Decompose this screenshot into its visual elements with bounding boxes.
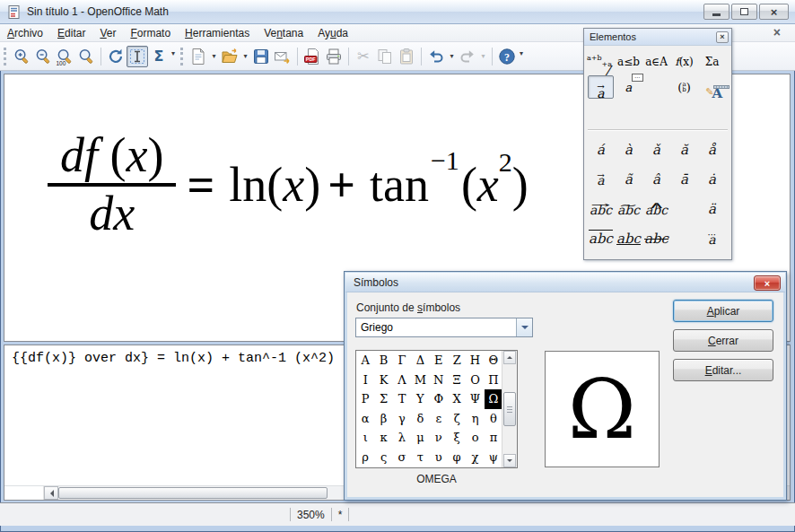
symbol-Ζ[interactable]: Ζ [448,351,466,371]
symbol-ζ[interactable]: ζ [448,409,466,429]
attribute-vector[interactable]: →a [587,164,615,194]
attribute-acute[interactable]: á [587,135,615,164]
symbol-Λ[interactable]: Λ [393,371,411,390]
symbol-Θ[interactable]: Θ [485,351,502,371]
symbol-Β[interactable]: Β [374,351,392,371]
attribute-grave[interactable]: à [615,135,642,164]
attribute-wide-tilde[interactable]: ∼abc [615,194,642,223]
toolbar-overflow-icon[interactable]: ▾ [171,49,175,57]
cursor-button[interactable] [127,46,148,67]
symbol-ο[interactable]: ο [466,428,484,448]
symbol-Ψ[interactable]: Ψ [466,389,484,409]
symbol-κ[interactable]: κ [374,428,392,448]
symbol-Τ[interactable]: Τ [393,389,411,409]
relations-category-button[interactable]: a≤b [616,49,642,73]
symbol-τ[interactable]: τ [411,448,429,467]
symbol-σ[interactable]: σ [393,448,411,467]
symbol-Φ[interactable]: Φ [430,389,448,409]
undo-button[interactable] [425,46,447,67]
symbol-Ω[interactable]: Ω [485,389,502,409]
print-button[interactable] [323,46,345,67]
menu-ventana[interactable]: Ventana [257,25,310,41]
attribute-tilde[interactable]: ã [615,164,642,194]
cerrar-button[interactable]: Cerrar [673,329,773,352]
symbol-ς[interactable]: ς [374,448,392,467]
misc-category-button[interactable]: a⋯ [616,75,642,99]
zoom-in-button[interactable] [11,46,32,67]
command-text[interactable]: {{df(x)} over dx} = ln(x) + tan^-1 (x^2) [12,351,335,366]
scroll-down-button[interactable] [503,454,516,467]
attribute-circle[interactable]: å [698,135,726,164]
save-button[interactable] [250,46,272,67]
zoom-100-button[interactable]: 100 [54,46,75,67]
undo-dropdown[interactable]: ▾ [447,47,457,66]
menu-formato[interactable]: Formato [123,25,178,41]
aplicar-button[interactable]: Aplicar [673,300,773,322]
symbol-Ν[interactable]: Ν [430,371,448,390]
attribute-circumflex[interactable]: â [642,164,670,194]
zoom-level[interactable]: 350% [297,509,325,521]
scroll-up-button[interactable] [503,351,516,364]
symbol-λ[interactable]: λ [393,428,411,448]
elementos-close-button[interactable]: × [716,31,729,43]
help-button[interactable]: ? [496,46,518,67]
mail-button[interactable] [272,46,293,67]
symbol-set-combobox[interactable]: Griego [355,318,533,337]
menu-ayuda[interactable]: Ayuda [310,25,355,41]
unary-binary-operators-category-button[interactable]: +a⁄a+b [588,49,614,73]
symbol-β[interactable]: β [374,409,392,429]
symbol-υ[interactable]: υ [430,448,448,467]
toolbar-overflow-icon[interactable]: ▾ [520,49,523,57]
attributes-category-button[interactable]: →a [588,75,614,99]
symbol-α[interactable]: α [356,409,374,429]
symbol-Ο[interactable]: Ο [466,371,484,390]
attribute-overline[interactable]: abc [587,223,615,253]
symbol-ρ[interactable]: ρ [356,448,374,467]
open-dropdown[interactable]: ▾ [240,47,250,66]
zoom-best-button[interactable] [75,46,97,67]
new-doc-dropdown[interactable]: ▾ [209,47,219,66]
pdf-button[interactable]: PDF [301,46,323,67]
elementos-title-bar[interactable]: Elementos [584,29,731,46]
symbol-Δ[interactable]: Δ [411,351,429,371]
symbol-η[interactable]: η [466,409,484,429]
symbol-δ[interactable]: δ [411,409,429,429]
attribute-triple-dot[interactable]: ⋯a [698,223,726,253]
symbol-χ[interactable]: χ [466,448,484,467]
symbol-Μ[interactable]: Μ [411,371,429,390]
simbolos-close-button[interactable]: × [754,275,781,291]
attribute-check[interactable]: ǎ [642,135,670,164]
refresh-button[interactable] [105,46,127,67]
attribute-bar[interactable]: ā [670,164,698,194]
close-button[interactable]: × [759,4,789,20]
scrollbar-thumb[interactable] [58,487,328,499]
attribute-breve[interactable]: ă [670,135,698,164]
symbol-Π[interactable]: Π [485,371,502,390]
symbol-θ[interactable]: θ [485,409,502,429]
new-doc-button[interactable] [188,46,209,67]
formats-category-button[interactable]: A✎ [699,75,725,99]
symbol-ξ[interactable]: ξ [448,428,466,448]
symbol-Ι[interactable]: Ι [356,371,374,390]
scrollbar-thumb[interactable] [503,392,516,426]
minimize-button[interactable] [703,4,729,20]
symbol-Χ[interactable]: Χ [448,389,466,409]
set-operations-category-button[interactable]: a∈A [643,49,669,73]
zoom-out-button[interactable] [32,46,54,67]
combobox-dropdown-button[interactable] [516,318,532,336]
editar-button[interactable]: Editar... [673,359,773,381]
symbol-Γ[interactable]: Γ [393,351,411,371]
attribute-wide-circumflex[interactable]: ∧abc [642,194,670,223]
brackets-category-button[interactable]: (ab) [671,75,697,99]
menu-herramientas[interactable]: Herramientas [178,25,257,41]
symbol-grid-scrollbar[interactable] [502,351,517,467]
restore-button[interactable] [731,4,757,20]
symbol-π[interactable]: π [485,428,502,448]
symbol-Ξ[interactable]: Ξ [448,371,466,390]
sigma-button[interactable]: Σ [148,46,170,67]
symbol-Υ[interactable]: Υ [411,389,429,409]
scroll-left-button[interactable] [44,486,58,500]
functions-category-button[interactable]: f(x) [671,49,697,73]
attribute-strike-through[interactable]: abc [642,223,670,253]
open-button[interactable] [219,46,240,67]
